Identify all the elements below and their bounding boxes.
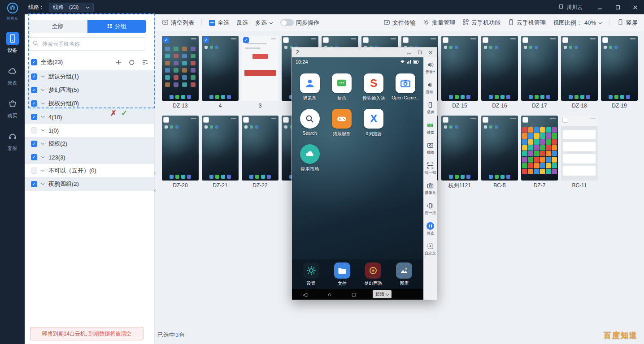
minimize-button[interactable] xyxy=(598,5,603,10)
phone-card[interactable]: BC-5 xyxy=(481,116,518,190)
dock-app-files[interactable]: 文件 xyxy=(326,262,357,287)
phone-card[interactable]: DZ-21 xyxy=(202,116,239,190)
phone-thumbnail[interactable] xyxy=(441,36,478,101)
panel-collapse-arrow[interactable]: ‹ xyxy=(152,185,158,195)
collapse-all-button[interactable] xyxy=(142,59,148,65)
phone-checkbox[interactable] xyxy=(443,117,448,123)
phone-checkbox[interactable] xyxy=(562,37,568,43)
phone-checkbox[interactable] xyxy=(602,37,608,43)
invert-selection-button[interactable]: 反选 xyxy=(236,19,248,27)
phone-thumbnail[interactable] xyxy=(242,36,278,101)
phone-checkbox[interactable] xyxy=(283,37,289,43)
line-select[interactable]: 线路一(23) xyxy=(49,3,94,12)
group-row[interactable]: 梦幻西游(5) xyxy=(25,83,154,97)
phone-checkbox[interactable] xyxy=(323,37,329,43)
phone-checkbox[interactable] xyxy=(443,37,448,43)
select-all-toolbar-checkbox[interactable] xyxy=(209,20,215,26)
sidebar-item-purchase[interactable]: 购买 xyxy=(6,97,19,119)
app-app-market[interactable]: 应用市场 xyxy=(294,144,326,172)
sidebar-item-devices[interactable]: 设备 xyxy=(6,32,19,54)
group-checkbox[interactable] xyxy=(31,87,37,93)
batch-manage-button[interactable]: 批量管理 xyxy=(423,19,455,27)
dock-app-mhxy[interactable]: 梦幻西游 xyxy=(358,262,389,287)
phone-thumbnail[interactable] xyxy=(521,36,558,101)
phone-card[interactable]: DZ-16 xyxy=(481,36,518,111)
dock-app-gallery[interactable]: 图库 xyxy=(389,262,420,287)
phone-screen[interactable]: 10:24 通讯录 短信 S 搜狗输入法 Open Came... Search… xyxy=(292,57,423,300)
phone-manage-button[interactable]: 云手机管理 xyxy=(508,19,546,27)
phone-thumbnail[interactable] xyxy=(162,36,199,101)
modal-maximize-button[interactable] xyxy=(418,50,422,55)
portrait-mode-button[interactable]: 竖屏 xyxy=(617,19,638,27)
group-row[interactable]: 4(10) xyxy=(25,110,154,124)
app-search-app[interactable]: Search xyxy=(294,109,326,137)
phone-card[interactable]: DZ-7 xyxy=(521,116,558,190)
phone-card[interactable]: 3 xyxy=(242,36,278,111)
modal-close-button[interactable] xyxy=(428,50,433,55)
group-checkbox[interactable] xyxy=(31,100,37,107)
phone-thumbnail[interactable] xyxy=(561,116,598,181)
phone-checkbox[interactable] xyxy=(562,117,568,123)
phone-checkbox[interactable] xyxy=(243,37,249,43)
phone-thumbnail[interactable] xyxy=(202,36,239,101)
search-input[interactable] xyxy=(41,40,142,47)
phone-card[interactable]: BC-11 xyxy=(561,116,598,190)
phone-checkbox[interactable] xyxy=(203,37,209,43)
app-sogou[interactable]: S 搜狗输入法 xyxy=(358,73,390,102)
phone-checkbox[interactable] xyxy=(363,37,369,43)
group-checkbox[interactable] xyxy=(31,73,37,80)
phone-thumbnail[interactable] xyxy=(481,116,518,181)
rail-tool-volume-down[interactable]: 音量- xyxy=(426,81,435,95)
group-row[interactable]: 1(0) xyxy=(25,124,154,137)
group-checkbox[interactable] xyxy=(31,154,37,160)
phone-checkbox[interactable] xyxy=(163,117,169,123)
file-transfer-button[interactable]: 文件传输 xyxy=(383,19,416,27)
toggle-off[interactable] xyxy=(280,19,294,26)
group-row[interactable]: 夜鸦四组(2) xyxy=(25,177,154,191)
phone-checkbox[interactable] xyxy=(203,117,209,123)
group-row[interactable]: 123(3) xyxy=(25,150,154,164)
phone-card[interactable]: DZ-17 xyxy=(521,36,558,111)
refresh-button[interactable] xyxy=(129,60,135,65)
sync-operation-toggle[interactable]: 同步操作 xyxy=(280,19,319,27)
home-button[interactable]: ○ xyxy=(328,292,331,297)
phone-checkbox[interactable] xyxy=(483,117,488,123)
phone-card[interactable]: DZ-19 xyxy=(601,36,638,111)
rail-tool-scan[interactable]: 扫一扫 xyxy=(424,162,436,176)
app-contacts[interactable]: 通讯录 xyxy=(294,73,326,102)
phone-card[interactable]: DZ-20 xyxy=(162,116,199,190)
phone-checkbox[interactable] xyxy=(522,117,528,123)
group-row[interactable]: 授权(2) xyxy=(25,137,154,150)
group-checkbox[interactable] xyxy=(31,168,37,174)
view-ratio-select[interactable]: 视图比例： 40% xyxy=(553,19,602,27)
clear-list-button[interactable]: 清空列表 xyxy=(162,19,194,27)
phone-card[interactable]: 杭州1121 xyxy=(441,116,478,190)
maximize-button[interactable] xyxy=(615,5,620,10)
multi-select-button[interactable]: 多选 xyxy=(255,19,273,27)
phone-thumbnail[interactable] xyxy=(521,116,558,181)
phone-checkbox[interactable] xyxy=(243,117,249,123)
phone-thumbnail[interactable] xyxy=(242,116,278,181)
recents-button[interactable]: □ xyxy=(352,292,356,297)
group-checkbox[interactable] xyxy=(31,141,37,147)
app-x-browser[interactable]: X X浏览器 xyxy=(358,109,390,137)
rail-tool-stop[interactable]: 停止 xyxy=(426,222,435,236)
phone-checkbox[interactable] xyxy=(522,37,528,43)
add-group-button[interactable] xyxy=(115,59,122,65)
app-camera-app[interactable]: Open Came... xyxy=(390,73,422,102)
quality-selector[interactable]: 超清 xyxy=(373,290,392,298)
dock-app-settings[interactable]: 设置 xyxy=(296,262,326,287)
rail-tool-shake[interactable]: 摇一摇 xyxy=(424,202,436,216)
annotation-confirm-icon[interactable]: ✓ xyxy=(121,109,127,117)
group-row[interactable]: 授权分组(0) xyxy=(25,97,154,110)
app-sms[interactable]: 短信 xyxy=(326,73,357,102)
phone-card[interactable]: DZ-15 xyxy=(441,36,478,111)
phone-thumbnail[interactable] xyxy=(162,116,199,181)
group-row[interactable]: 不可以（五开）(0) xyxy=(25,164,154,177)
rail-tool-keyboard[interactable]: 键盘 xyxy=(426,121,435,135)
modal-minimize-button[interactable] xyxy=(407,50,411,55)
phone-card[interactable]: DZ-22 xyxy=(242,116,278,190)
select-all-checkbox[interactable] xyxy=(31,59,37,65)
phone-card[interactable]: DZ-18 xyxy=(561,36,598,111)
group-checkbox[interactable] xyxy=(31,127,37,133)
